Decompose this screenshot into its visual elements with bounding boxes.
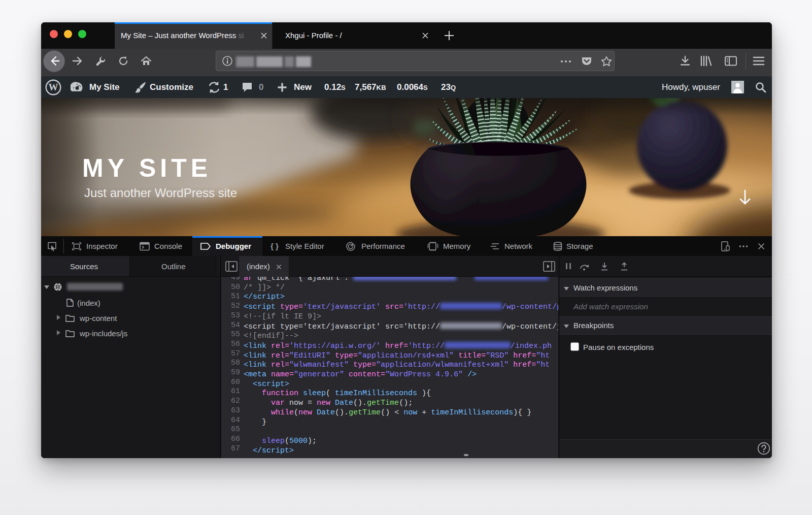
svg-text:W: W xyxy=(49,82,58,92)
